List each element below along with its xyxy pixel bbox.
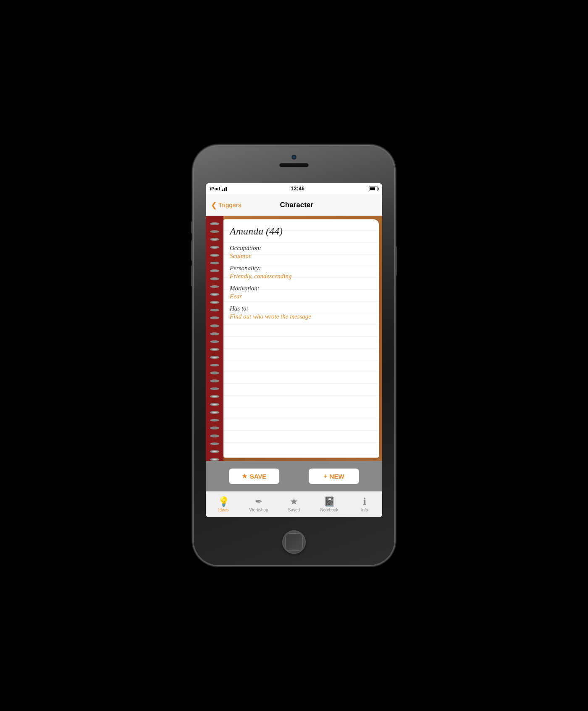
spiral-ring [210,316,219,319]
spiral-ring [210,332,219,335]
saved-icon: ★ [290,497,298,506]
speaker-grille [279,163,309,167]
spiral-ring [210,309,219,312]
occupation-field: Occupation: Sculptor [230,245,373,260]
spiral-ring [210,254,219,257]
info-icon: ℹ [363,497,366,506]
battery-icon [369,187,378,191]
occupation-label: Occupation: [230,245,373,252]
volume-toggle-button[interactable] [191,221,193,234]
spiral-ring [210,419,219,422]
spiral-ring [210,371,219,374]
spiral-ring [210,403,219,406]
nav-bar: ❮ Triggers Character [206,194,382,216]
occupation-value: Sculptor [230,253,373,260]
back-label: Triggers [218,201,241,208]
back-button[interactable]: ❮ Triggers [211,200,241,210]
save-button-label: SAVE [250,473,267,480]
status-left: iPod [210,186,227,191]
has-to-label: Has to: [230,305,373,312]
spiral-ring [210,230,219,233]
spiral-ring [210,356,219,359]
spiral-ring [210,411,219,414]
volume-down-button[interactable] [191,265,193,286]
save-star-icon: ★ [242,473,247,479]
motivation-value: Fear [230,293,373,300]
spiral-ring [210,269,219,272]
sleep-wake-button[interactable] [395,246,397,276]
phone-top [279,155,309,167]
spiral-ring [210,301,219,304]
workshop-icon: ✒ [255,497,262,506]
spiral-ring [210,340,219,343]
has-to-field: Has to: Find out who wrote the message [230,305,373,320]
has-to-value: Find out who wrote the message [230,313,373,320]
spiral-ring [210,262,219,265]
motivation-field: Motivation: Fear [230,285,373,300]
spiral-ring [210,293,219,296]
tab-saved-label: Saved [288,508,300,512]
tab-saved[interactable]: ★ Saved [276,492,312,517]
spiral-ring [210,442,219,445]
motivation-label: Motivation: [230,285,373,292]
page-wrapper: iPod 13:46 ❮ Trigg [0,0,588,711]
status-right [369,187,378,191]
spiral-binding [206,216,223,461]
tab-workshop-label: Workshop [249,508,268,512]
tab-info-label: Info [361,508,368,512]
spiral-ring [210,238,219,241]
save-button[interactable]: ★ SAVE [229,469,279,484]
tab-ideas[interactable]: 💡 Ideas [206,492,241,517]
ideas-icon: 💡 [218,497,229,506]
personality-value: Friendly, condescending [230,273,373,280]
tab-info[interactable]: ℹ Info [347,492,382,517]
spiral-ring [210,285,219,288]
tab-notebook[interactable]: 📓 Notebook [312,492,347,517]
spiral-ring [210,348,219,351]
personality-field: Personality: Friendly, condescending [230,265,373,280]
home-button[interactable] [282,530,306,554]
spiral-ring [210,458,219,461]
volume-up-button[interactable] [191,240,193,261]
camera [291,155,297,160]
spiral-ring [210,277,219,280]
status-time: 13:46 [291,186,304,192]
notebook-paper: Amanda (44) Occupation: Sculptor Persona… [223,219,379,458]
character-name: Amanda (44) [230,226,373,237]
nav-title: Character [241,201,352,209]
personality-label: Personality: [230,265,373,272]
phone-shell: iPod 13:46 ❮ Trigg [193,145,395,566]
tab-workshop[interactable]: ✒ Workshop [241,492,276,517]
spiral-ring [210,395,219,398]
new-button-label: NEW [330,473,344,480]
notebook-icon: 📓 [324,497,335,506]
spiral-ring [210,387,219,390]
spiral-ring [210,427,219,429]
wifi-icon [222,187,227,191]
spiral-ring [210,379,219,382]
new-plus-icon: + [323,473,327,479]
new-button[interactable]: + NEW [309,469,359,484]
home-button-inner [285,533,303,551]
spiral-ring [210,364,219,367]
tab-notebook-label: Notebook [320,508,339,512]
notebook-area: Amanda (44) Occupation: Sculptor Persona… [206,216,382,461]
action-area: ★ SAVE + NEW [206,461,382,491]
spiral-ring [210,246,219,249]
tab-bar: 💡 Ideas ✒ Workshop ★ Saved 📓 Notebook ℹ [206,491,382,517]
back-arrow-icon: ❮ [211,200,217,210]
spiral-ring [210,434,219,437]
spiral-ring [210,222,219,225]
battery-fill [370,187,375,190]
spiral-ring [210,324,219,327]
spiral-ring [210,450,219,453]
device-label: iPod [210,186,220,191]
paper-content: Amanda (44) Occupation: Sculptor Persona… [223,219,379,329]
tab-ideas-label: Ideas [218,508,228,512]
status-bar: iPod 13:46 [206,183,382,194]
phone-screen: iPod 13:46 ❮ Trigg [206,183,382,517]
